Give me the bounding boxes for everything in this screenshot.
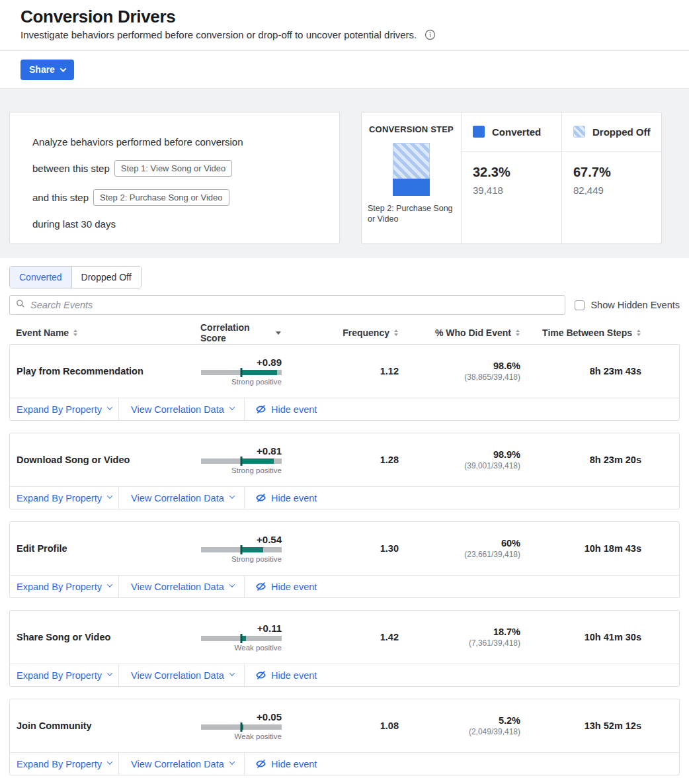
pct-fraction: (7,361/39,418) — [399, 638, 520, 648]
frequency-value: 1.28 — [282, 455, 399, 465]
correlation-score-cell: +0.81 Strong positive — [201, 445, 282, 474]
correlation-score-cell: +0.89 Strong positive — [201, 357, 282, 386]
expand-by-property-button[interactable]: Expand By Property — [10, 664, 119, 686]
expand-by-property-button[interactable]: Expand By Property — [10, 576, 119, 597]
view-correlation-data-button[interactable]: View Correlation Data — [119, 398, 245, 420]
pct-value: 60% — [399, 538, 520, 548]
pct-who-did-event-cell: 60% (23,661/39,418) — [399, 538, 520, 559]
dropped-off-column: Dropped Off 67.7% 82,449 — [562, 112, 662, 243]
column-header-frequency[interactable]: Frequency — [281, 327, 398, 338]
event-name: Download Song or Video — [10, 455, 201, 465]
table-header: Event Name Correlation Score Frequency %… — [9, 322, 680, 339]
pct-fraction: (39,001/39,418) — [399, 461, 520, 470]
hide-event-button[interactable]: Hide event — [245, 753, 317, 775]
search-input[interactable] — [30, 300, 559, 310]
expand-by-property-button[interactable]: Expand By Property — [10, 753, 119, 775]
chevron-down-icon — [229, 670, 235, 675]
share-button-label: Share — [29, 64, 55, 75]
correlation-score-value: +0.11 — [257, 623, 282, 634]
show-hidden-events-label: Show Hidden Events — [590, 300, 680, 310]
during-label: during last 30 days — [32, 218, 317, 230]
between-step-label: between this step — [32, 163, 110, 174]
row-action-bar: Expand By Property View Correlation Data… — [10, 486, 679, 509]
pct-value: 18.7% — [399, 627, 520, 637]
correlation-score-value: +0.81 — [257, 445, 282, 457]
share-button[interactable]: Share — [20, 60, 74, 80]
mini-bar-converted-segment — [393, 179, 430, 196]
eye-slash-icon — [255, 492, 266, 503]
and-step-label: and this step — [32, 192, 89, 203]
expand-by-property-button[interactable]: Expand By Property — [10, 398, 119, 420]
view-correlation-data-button[interactable]: View Correlation Data — [119, 753, 245, 775]
conversion-step-label: Step 2: Purchase Song or Video — [362, 203, 461, 225]
conversion-panel: CONVERSION STEP Step 2: Purchase Song or… — [361, 112, 662, 244]
tab-dropped-off[interactable]: Dropped Off — [71, 267, 141, 288]
correlation-bar-track — [201, 636, 282, 641]
chevron-down-icon — [60, 65, 66, 72]
view-correlation-data-button[interactable]: View Correlation Data — [119, 487, 245, 509]
correlation-bar-fill — [241, 370, 277, 375]
correlation-bar-center-tick — [241, 722, 243, 732]
chevron-down-icon — [229, 404, 235, 410]
pct-fraction: (38,865/39,418) — [399, 372, 520, 382]
sort-icon — [637, 329, 641, 336]
conversion-mini-bar-chart — [393, 143, 430, 196]
correlation-bar-track — [201, 458, 282, 464]
chevron-down-icon — [229, 493, 235, 498]
column-header-correlation-score[interactable]: Correlation Score — [200, 322, 281, 343]
conversion-step-heading: CONVERSION STEP — [362, 124, 461, 134]
expand-by-property-button[interactable]: Expand By Property — [10, 487, 119, 509]
pct-who-did-event-cell: 98.9% (39,001/39,418) — [399, 449, 520, 470]
event-name: Play from Recommendation — [10, 366, 201, 376]
tab-converted[interactable]: Converted — [10, 267, 71, 288]
event-rows-list: Play from Recommendation +0.89 Strong po… — [9, 344, 680, 775]
page-subtitle: Investigate behaviors performed before c… — [20, 29, 417, 40]
column-header-event-name[interactable]: Event Name — [9, 327, 200, 338]
sort-icon — [73, 329, 77, 336]
event-name: Share Song or Video — [10, 632, 201, 642]
hide-event-button[interactable]: Hide event — [245, 576, 317, 597]
chevron-down-icon — [229, 582, 235, 587]
column-header-pct-who-did-event[interactable]: % Who Did Event — [398, 327, 520, 338]
correlation-bar-center-tick — [241, 457, 243, 466]
correlation-bar-track — [201, 724, 282, 730]
event-row-card: Share Song or Video +0.11 Weak positive … — [9, 610, 680, 687]
time-between-steps-value: 8h 23m 43s — [520, 366, 641, 376]
chevron-down-icon — [107, 670, 112, 675]
correlation-score-cell: +0.11 Weak positive — [201, 623, 282, 652]
eye-slash-icon — [255, 581, 266, 592]
pct-value: 5.2% — [399, 715, 520, 726]
frequency-value: 1.42 — [282, 632, 399, 642]
step2-selector[interactable]: Step 2: Purchase Song or Video — [93, 189, 229, 206]
step1-selector[interactable]: Step 1: View Song or Video — [114, 160, 233, 177]
converted-swatch-icon — [473, 126, 485, 138]
correlation-bar-center-tick — [241, 545, 243, 554]
correlation-score-value: +0.54 — [257, 534, 282, 545]
pct-who-did-event-cell: 5.2% (2,049/39,418) — [399, 715, 520, 736]
hide-event-button[interactable]: Hide event — [245, 487, 317, 509]
summary-strip: Analyze behaviors performed before conve… — [0, 89, 689, 258]
event-row-card: Play from Recommendation +0.89 Strong po… — [9, 344, 680, 421]
pct-fraction: (23,661/39,418) — [399, 550, 520, 559]
view-correlation-data-button[interactable]: View Correlation Data — [119, 576, 245, 597]
chevron-down-icon — [107, 493, 112, 498]
row-action-bar: Expand By Property View Correlation Data… — [10, 752, 679, 775]
converted-column: Converted 32.3% 39,418 — [462, 112, 562, 243]
conversion-step-column: CONVERSION STEP Step 2: Purchase Song or… — [362, 112, 462, 243]
info-icon[interactable] — [425, 29, 436, 40]
correlation-score-value: +0.89 — [257, 357, 282, 368]
converted-percentage: 32.3% — [473, 165, 550, 180]
hide-event-button[interactable]: Hide event — [245, 398, 317, 420]
hide-event-button[interactable]: Hide event — [245, 664, 317, 686]
view-correlation-data-button[interactable]: View Correlation Data — [119, 664, 245, 686]
query-line-1: Analyze behaviors performed before conve… — [32, 136, 317, 148]
dropped-off-swatch-icon — [573, 126, 585, 138]
chevron-down-icon — [107, 759, 112, 764]
correlation-score-cell: +0.05 Weak positive — [201, 711, 282, 740]
search-box[interactable] — [9, 295, 565, 315]
column-header-time-between-steps[interactable]: Time Between Steps — [520, 327, 641, 338]
correlation-strength-label: Weak positive — [235, 732, 282, 740]
pct-who-did-event-cell: 18.7% (7,361/39,418) — [399, 627, 520, 648]
event-row-card: Download Song or Video +0.81 Strong posi… — [9, 433, 680, 509]
show-hidden-events-checkbox[interactable] — [575, 300, 585, 310]
